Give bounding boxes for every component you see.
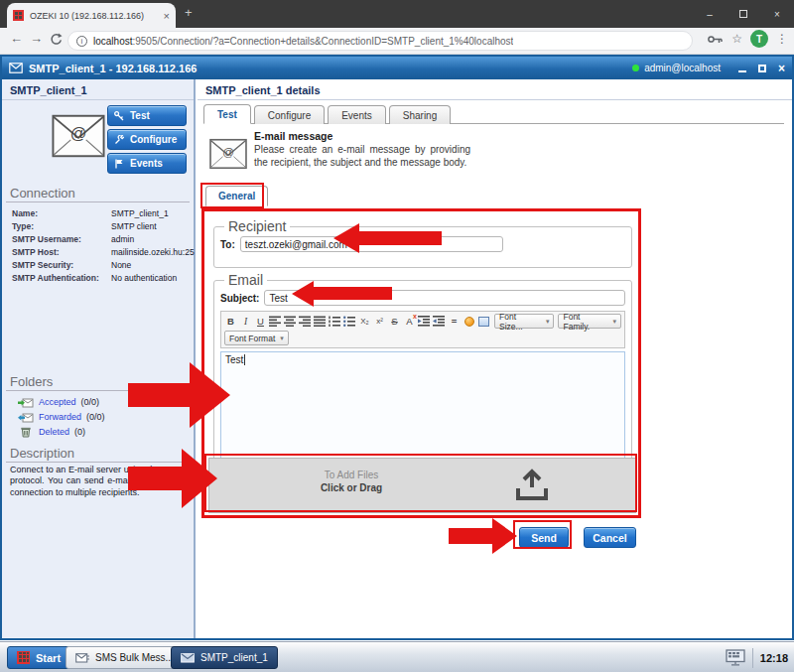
forward-icon[interactable]: →	[30, 31, 43, 46]
file-drop-zone[interactable]: To Add Files Click or Drag	[208, 458, 636, 513]
app-maximize-icon[interactable]	[758, 65, 766, 72]
connection-row: SMTP Security:None	[12, 258, 192, 271]
recipient-fieldset: Recipient To:	[213, 218, 632, 268]
app-window-controls: ×	[738, 62, 785, 75]
tab-test[interactable]: Test	[203, 104, 251, 124]
align-right-icon[interactable]	[299, 315, 312, 328]
chevron-down-icon: ▾	[546, 318, 550, 326]
subscript-icon[interactable]: X₂	[358, 315, 371, 328]
connection-row: SMTP Host:mailinside.ozeki.hu:25	[12, 245, 192, 258]
strikethrough-icon[interactable]: S	[388, 315, 401, 328]
test-button[interactable]: Test	[107, 105, 187, 126]
browser-menu-icon[interactable]: ⋮	[776, 32, 788, 46]
toolbar-right-icons: ☆ T ⋮	[708, 30, 788, 48]
message-body-editor[interactable]: Test	[220, 351, 625, 462]
svg-text:@: @	[70, 124, 87, 142]
details-tabbar: Test Configure Events Sharing	[203, 101, 784, 124]
connection-row: SMTP Authentication:No authentication	[12, 271, 192, 284]
align-left-icon[interactable]	[269, 315, 282, 328]
password-key-icon[interactable]	[708, 30, 724, 48]
tab-close-icon[interactable]: ×	[164, 10, 170, 22]
emoticon-icon[interactable]	[463, 315, 475, 328]
remove-format-icon[interactable]: Ax	[403, 315, 416, 328]
bookmark-star-icon[interactable]: ☆	[731, 32, 742, 46]
align-center-icon[interactable]	[284, 315, 297, 328]
superscript-icon[interactable]: x²	[373, 315, 386, 328]
send-button[interactable]: Send	[519, 527, 569, 548]
envelope-icon	[9, 63, 23, 73]
indent-icon[interactable]	[418, 315, 431, 328]
trash-icon	[18, 426, 34, 438]
sidebar: SMTP_client_1 @ Test Configure Events Co…	[2, 79, 196, 638]
start-button[interactable]: Start	[7, 646, 70, 669]
reload-icon[interactable]	[50, 33, 63, 49]
subject-label: Subject:	[220, 293, 259, 304]
app-close-icon[interactable]: ×	[778, 62, 785, 75]
cancel-button[interactable]: Cancel	[584, 527, 636, 548]
connection-row: Type:SMTP client	[12, 219, 192, 232]
app-window-title: SMTP_client_1 - 192.168.112.166	[29, 63, 626, 74]
site-info-icon[interactable]: i	[76, 36, 87, 47]
to-input[interactable]	[240, 236, 503, 252]
url-bar[interactable]: i localhost:9505/Connection/?a=Connectio…	[67, 31, 693, 51]
envelope-icon	[181, 653, 195, 663]
folder-accepted[interactable]: Accepted (0/0)	[18, 395, 99, 409]
taskbar-item-smtp-client[interactable]: SMTP_client_1	[171, 646, 278, 669]
email-message-icon: @	[209, 138, 247, 170]
new-tab-button[interactable]: +	[185, 5, 193, 20]
unordered-list-icon[interactable]	[343, 315, 356, 328]
ozeki-favicon-icon	[13, 10, 24, 21]
underline-icon[interactable]: U	[254, 315, 267, 328]
folder-forwarded[interactable]: Forwarded (0/0)	[18, 410, 105, 424]
back-icon[interactable]: ←	[10, 31, 23, 46]
bold-icon[interactable]: B	[224, 315, 237, 328]
tab-general[interactable]: General	[205, 186, 268, 206]
browser-tab[interactable]: OZEKI 10 (192.168.112.166) ×	[7, 3, 176, 28]
smtp-client-envelope-icon: @	[52, 113, 105, 159]
tab-configure[interactable]: Configure	[254, 105, 325, 124]
profile-avatar[interactable]: T	[750, 30, 768, 48]
display-settings-icon[interactable]	[726, 649, 745, 666]
configure-button[interactable]: Configure	[107, 129, 187, 150]
sidebar-title: SMTP_client_1	[2, 79, 194, 100]
events-button[interactable]: Events	[107, 153, 187, 174]
font-format-select[interactable]: Font Format▾	[224, 331, 289, 345]
font-family-select[interactable]: Font Family.▾	[558, 314, 621, 329]
italic-icon[interactable]: I	[239, 315, 252, 328]
tab-sharing[interactable]: Sharing	[389, 105, 451, 124]
folders-heading: Folders	[6, 373, 190, 391]
horizontal-rule-icon[interactable]: =	[448, 315, 461, 328]
browser-tabstrip: OZEKI 10 (192.168.112.166) × + – ×	[0, 0, 794, 28]
app-minimize-icon[interactable]	[738, 65, 746, 72]
ordered-list-icon[interactable]	[329, 315, 341, 328]
svg-text:@: @	[222, 146, 234, 158]
browser-minimize-icon[interactable]: –	[693, 0, 727, 28]
system-tray: 12:18	[726, 642, 788, 672]
wrench-icon	[114, 135, 124, 145]
logged-in-user: admin@localhost	[632, 63, 721, 73]
connection-heading: Connection	[6, 185, 190, 202]
editor-toolbar-row2: Font Format▾	[224, 331, 621, 345]
app-window: SMTP_client_1 - 192.168.112.166 admin@lo…	[0, 55, 794, 640]
file-drop-text: To Add Files Click or Drag	[282, 470, 421, 493]
screen: OZEKI 10 (192.168.112.166) × + – × ← → i…	[0, 0, 794, 672]
browser-maximize-icon[interactable]	[727, 0, 760, 28]
align-justify-icon[interactable]	[314, 315, 327, 328]
taskbar-item-sms-bulk[interactable]: SMS Bulk Mess...	[66, 646, 184, 669]
description-heading: Description	[6, 445, 190, 463]
image-icon[interactable]	[477, 315, 490, 328]
connection-row: Name:SMTP_client_1	[12, 206, 192, 219]
forwarded-envelope-icon	[18, 412, 34, 423]
text-caret	[244, 354, 245, 365]
tab-events[interactable]: Events	[328, 105, 386, 124]
browser-close-icon[interactable]: ×	[760, 0, 794, 28]
outdent-icon[interactable]	[433, 315, 446, 328]
url-text: localhost:9505/Connection/?a=Connection+…	[93, 36, 513, 47]
editor-toolbar-row1: B I U X₂ x² S Ax	[224, 314, 621, 329]
font-size-select[interactable]: Font Size...▾	[494, 314, 554, 329]
folder-deleted[interactable]: Deleted (0)	[18, 425, 85, 439]
intro-text: Please create an e-mail message by provi…	[254, 143, 470, 169]
subject-input[interactable]	[264, 290, 625, 306]
key-icon	[114, 111, 124, 121]
start-ozeki-icon	[17, 651, 30, 664]
